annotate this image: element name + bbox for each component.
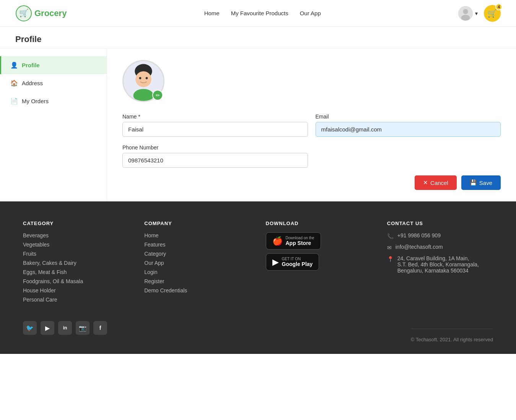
contact-email: info@techasoft.com [396,244,443,250]
save-button[interactable]: 💾 Save [461,175,501,190]
youtube-button[interactable]: ▶ [41,321,54,335]
contact-address: 24, Caravel Building, 1A Main, S.T. Bed,… [397,255,479,274]
sidebar-label-orders: My Orders [22,98,49,104]
profile-icon: 👤 [10,62,18,69]
footer-company-col: COMPANY Home Features Category Our App L… [144,221,250,306]
nav-home[interactable]: Home [204,10,220,16]
play-store-small-label: GET IT ON [282,257,313,261]
form-actions: ✕ Cancel 💾 Save [122,175,501,190]
android-icon: ▶ [272,257,279,267]
address-icon: 🏠 [10,79,18,87]
main-nav: Home My Favourite Products Our App [204,10,321,16]
email-label: Email [316,114,501,120]
avatar-edit-button[interactable]: ✏ [152,90,163,101]
spacer-group [316,144,501,168]
contact-phone-item: 📞 +91 9986 056 909 [387,232,493,239]
app-store-big-label: App Store [286,240,314,246]
footer-grid: CATEGORY Beverages Vegetables Fruits Bak… [23,221,493,306]
footer-link-vegetables[interactable]: Vegetables [23,242,129,248]
header-right: ▾ 🛒 4 [458,5,501,22]
cart-badge: 4 [495,3,502,10]
avatar [458,6,473,21]
email-input[interactable] [316,122,501,137]
header: 🛒 Grocery Home My Favourite Products Our… [0,0,516,27]
footer-link-bakery[interactable]: Bakery, Cakes & Dairy [23,260,129,266]
orders-icon: 📄 [10,97,18,105]
company-title: COMPANY [144,221,250,226]
phone-input[interactable] [122,153,308,168]
play-store-button[interactable]: ▶ GET IT ON Google Play [266,253,319,271]
download-title: DOWNLOAD [266,221,372,226]
footer-company-register[interactable]: Register [144,278,250,284]
email-icon: ✉ [387,245,392,251]
footer-category-col: CATEGORY Beverages Vegetables Fruits Bak… [23,221,129,306]
footer-company-login[interactable]: Login [144,269,250,275]
app-store-text: Download on the App Store [286,236,314,246]
instagram-button[interactable]: 📷 [76,321,90,335]
email-group: Email [316,114,501,137]
svg-point-8 [139,77,142,79]
footer-link-household[interactable]: House Holder [23,287,129,294]
name-input[interactable] [122,122,308,137]
phone-icon: 📞 [387,233,394,239]
footer-company-features[interactable]: Features [144,242,250,248]
edit-icon: ✏ [156,92,160,98]
profile-form-area: ✏ Name * Email Phone Number ✕ Cancel [107,49,516,201]
footer-download-col: DOWNLOAD 🍎 Download on the App Store ▶ G… [266,221,372,306]
nav-favourites[interactable]: My Favourite Products [231,10,288,16]
phone-row: Phone Number [122,144,501,168]
svg-point-10 [133,89,154,102]
copyright-text: © Techasoft. 2021. All rights reserved [411,337,493,342]
app-store-small-label: Download on the [286,236,314,240]
footer-copyright: © Techasoft. 2021. All rights reserved [411,329,493,342]
contact-phone: +91 9986 056 909 [397,232,441,238]
apple-icon: 🍎 [272,236,283,246]
svg-point-7 [135,71,151,87]
avatar-dropdown-button[interactable]: ▾ [458,6,478,21]
footer-link-personalcare[interactable]: Personal Care [23,297,129,303]
name-group: Name * [122,114,308,137]
sidebar-label-address: Address [22,80,43,86]
footer-link-eggs[interactable]: Eggs, Meat & Fish [23,269,129,275]
sidebar-item-address[interactable]: 🏠 Address [0,74,107,92]
page-title-bar: Profile [0,27,516,49]
footer-link-fruits[interactable]: Fruits [23,251,129,257]
sidebar-label-profile: Profile [22,62,40,68]
logo[interactable]: 🛒 Grocery [15,5,67,22]
footer-link-foodgrains[interactable]: Foodgrains, Oil & Masala [23,278,129,284]
category-title: CATEGORY [23,221,129,226]
nav-our-app[interactable]: Our App [300,10,321,16]
footer-link-beverages[interactable]: Beverages [23,232,129,238]
footer-company-category[interactable]: Category [144,251,250,257]
cancel-label: Cancel [430,180,448,186]
footer-company-home[interactable]: Home [144,232,250,238]
save-label: Save [479,180,492,186]
app-store-button[interactable]: 🍎 Download on the App Store [266,232,321,250]
footer-company-demo[interactable]: Demo Credentials [144,287,250,294]
facebook-button[interactable]: f [93,321,107,335]
linkedin-button[interactable]: in [58,321,72,335]
phone-group: Phone Number [122,144,308,168]
main-content: 👤 Profile 🏠 Address 📄 My Orders [0,49,516,201]
footer-company-ourapp[interactable]: Our App [144,260,250,266]
profile-avatar-wrapper: ✏ [122,60,164,102]
svg-text:🛒: 🛒 [19,8,29,18]
name-email-row: Name * Email [122,114,501,137]
cancel-icon: ✕ [423,179,428,186]
twitter-button[interactable]: 🐦 [23,321,37,335]
logo-icon: 🛒 [15,5,32,22]
location-icon: 📍 [387,256,394,262]
logo-text: Grocery [34,8,67,18]
cancel-button[interactable]: ✕ Cancel [415,175,457,190]
save-icon: 💾 [470,179,477,186]
play-store-text: GET IT ON Google Play [282,257,313,267]
sidebar-item-orders[interactable]: 📄 My Orders [0,92,107,110]
footer-contact-col: CONTACT US 📞 +91 9986 056 909 ✉ info@tec… [387,221,493,306]
sidebar-item-profile[interactable]: 👤 Profile [0,56,107,74]
contact-email-item: ✉ info@techasoft.com [387,244,493,251]
name-label: Name * [122,114,308,120]
svg-point-4 [461,15,470,20]
phone-label: Phone Number [122,144,308,151]
cart-button[interactable]: 🛒 4 [484,5,501,22]
svg-point-9 [146,77,148,79]
